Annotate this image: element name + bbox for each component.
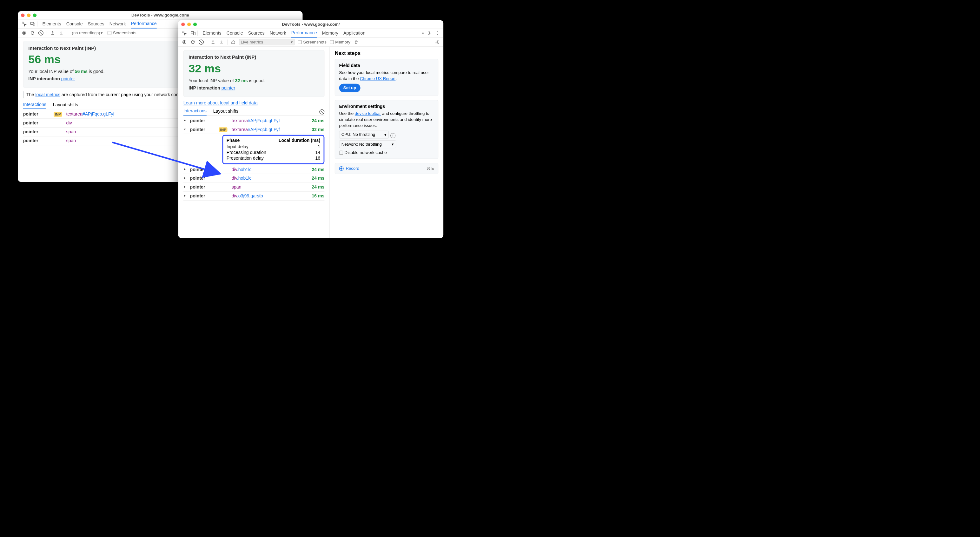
chevron-right-icon[interactable]: [183, 168, 187, 171]
inp-value: 32 ms: [189, 62, 319, 75]
tab-network[interactable]: Network: [110, 19, 126, 28]
memory-checkbox[interactable]: Memory: [330, 40, 350, 45]
device-toolbar-link[interactable]: device toolbar: [355, 112, 381, 116]
svg-rect-5: [183, 31, 184, 33]
settings-icon[interactable]: [435, 39, 440, 45]
chevron-right-icon[interactable]: [183, 194, 187, 198]
download-icon: [59, 30, 64, 35]
inp-card: Interaction to Next Paint (INP) 32 ms Yo…: [183, 50, 325, 97]
inp-interaction-link[interactable]: pointer: [61, 76, 75, 81]
phase-breakdown: PhaseLocal duration (ms) Input delay1 Pr…: [222, 135, 325, 164]
recording-dropdown[interactable]: (no recordings) ▾: [70, 30, 104, 36]
record-card: Record ⌘ E: [335, 163, 438, 174]
chevron-down-icon[interactable]: [183, 128, 187, 131]
interaction-row[interactable]: pointer div.hob1lc 24 ms: [183, 165, 325, 174]
interaction-row[interactable]: pointer div.o3j99.qarstb 16 ms: [183, 192, 325, 201]
chevron-right-icon[interactable]: [183, 185, 187, 188]
interaction-row[interactable]: pointer span 24 ms: [183, 183, 325, 192]
tab-application[interactable]: Application: [344, 29, 365, 37]
trash-icon[interactable]: [353, 39, 359, 45]
svg-rect-0: [22, 22, 24, 24]
live-metrics-dropdown[interactable]: Live metrics ▾: [239, 39, 294, 45]
inp-interaction-link[interactable]: pointer: [221, 85, 235, 91]
clear-icon[interactable]: [38, 30, 43, 35]
screenshots-checkbox[interactable]: Screenshots: [298, 40, 326, 45]
interactions-table: pointer textarea#APjFqcb.gLFyf 24 ms poi…: [183, 116, 325, 200]
minimize-icon[interactable]: [27, 13, 30, 17]
minimize-icon[interactable]: [187, 22, 191, 26]
subtab-interactions[interactable]: Interactions: [23, 102, 46, 109]
cpu-throttling-select[interactable]: CPU: No throttling▾: [339, 131, 389, 139]
tab-console[interactable]: Console: [66, 19, 83, 28]
download-icon: [219, 39, 224, 45]
svg-point-4: [23, 32, 25, 34]
disable-cache-checkbox[interactable]: Disable network cache: [339, 150, 434, 155]
window-title: DevTools - www.google.com/: [178, 22, 443, 27]
close-icon[interactable]: [181, 22, 185, 26]
environment-settings-card: Environment settings Use the device tool…: [335, 100, 438, 159]
record-ring-icon: [339, 166, 344, 171]
main-tabstrip: Elements Console Sources Network Perform…: [178, 29, 443, 37]
kebab-icon[interactable]: ⋮: [436, 30, 440, 36]
svg-point-8: [429, 32, 430, 33]
svg-rect-2: [33, 23, 35, 26]
live-metrics-label: Live metrics: [241, 40, 263, 45]
chrome-ux-report-link[interactable]: Chrome UX Report: [360, 76, 395, 81]
device-toolbar-icon[interactable]: [30, 21, 35, 26]
subtab-layout-shifts[interactable]: Layout shifts: [213, 108, 239, 115]
perf-toolbar: Live metrics ▾ Screenshots Memory: [178, 37, 443, 46]
zoom-icon[interactable]: [33, 13, 37, 17]
record-icon[interactable]: [182, 39, 187, 45]
tab-sources[interactable]: Sources: [248, 29, 265, 37]
record-button[interactable]: Record ⌘ E: [339, 166, 434, 171]
traffic-lights: [21, 13, 37, 17]
svg-rect-7: [194, 32, 195, 35]
subtab-interactions[interactable]: Interactions: [183, 108, 207, 116]
tab-performance[interactable]: Performance: [291, 29, 317, 37]
reload-icon[interactable]: [190, 39, 195, 45]
window-title: DevTools - www.google.com/: [18, 13, 303, 18]
chevron-right-icon[interactable]: [183, 119, 187, 122]
next-steps-heading: Next steps: [335, 50, 438, 56]
home-icon[interactable]: [231, 39, 236, 45]
more-tabs-icon[interactable]: »: [422, 30, 424, 35]
tab-sources[interactable]: Sources: [88, 19, 104, 28]
chevron-right-icon[interactable]: [183, 177, 187, 180]
tab-memory[interactable]: Memory: [322, 29, 338, 37]
titlebar: DevTools - www.google.com/: [178, 20, 443, 29]
svg-point-10: [183, 41, 185, 43]
tab-performance[interactable]: Performance: [131, 19, 157, 28]
record-icon[interactable]: [22, 30, 27, 35]
tab-console[interactable]: Console: [227, 29, 243, 37]
field-data-card: Field data See how your local metrics co…: [335, 59, 438, 96]
info-icon[interactable]: i: [390, 133, 395, 138]
inp-heading: Interaction to Next Paint (INP): [189, 54, 319, 60]
clear-interactions-icon[interactable]: [319, 110, 325, 115]
close-icon[interactable]: [21, 13, 24, 17]
upload-icon[interactable]: [210, 39, 215, 45]
interaction-row-expanded[interactable]: pointer INP textarea#APjFqcb.gLFyf 32 ms: [183, 125, 325, 134]
device-toolbar-icon[interactable]: [191, 30, 196, 35]
main-panel: Interaction to Next Paint (INP) 32 ms Yo…: [178, 47, 330, 238]
recording-dropdown-label: (no recordings): [72, 30, 100, 35]
reload-icon[interactable]: [30, 30, 35, 35]
clear-icon[interactable]: [199, 39, 204, 45]
interaction-row[interactable]: pointer div.hob1lc 24 ms: [183, 174, 325, 183]
learn-more-link[interactable]: Learn more about local and field data: [183, 100, 258, 106]
interaction-row[interactable]: pointer textarea#APjFqcb.gLFyf 24 ms: [183, 116, 325, 125]
zoom-icon[interactable]: [193, 22, 197, 26]
inspect-icon[interactable]: [22, 21, 27, 26]
network-throttling-select[interactable]: Network: No throttling▾: [339, 140, 396, 148]
devtools-window-2: DevTools - www.google.com/ Elements Cons…: [178, 20, 443, 238]
tab-elements[interactable]: Elements: [43, 19, 61, 28]
tab-network[interactable]: Network: [270, 29, 286, 37]
upload-icon[interactable]: [50, 30, 55, 35]
inspect-icon[interactable]: [182, 30, 187, 35]
tab-elements[interactable]: Elements: [203, 29, 221, 37]
traffic-lights: [181, 22, 197, 26]
set-up-button[interactable]: Set up: [339, 84, 361, 92]
screenshots-checkbox[interactable]: Screenshots: [108, 30, 136, 35]
settings-icon[interactable]: [427, 30, 432, 35]
local-metrics-link[interactable]: local metrics: [35, 92, 60, 97]
subtab-layout-shifts[interactable]: Layout shifts: [53, 102, 78, 109]
